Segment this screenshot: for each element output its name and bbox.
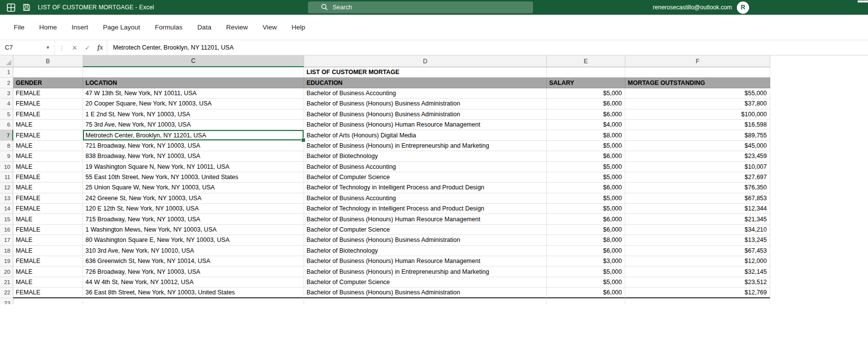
cell-E16[interactable]: $6,000 xyxy=(547,225,625,235)
cell-C3[interactable]: 47 W 13th St, New York, NY 10011, USA xyxy=(83,88,304,99)
cell-D13[interactable]: Bachelor of Business Accounting xyxy=(304,193,547,204)
row-header-2[interactable]: 2 xyxy=(0,78,13,88)
cell-B19[interactable]: FEMALE xyxy=(13,256,83,266)
cell-D3[interactable]: Bachelor of Business Accounting xyxy=(304,88,547,99)
column-header-F[interactable]: F xyxy=(625,55,770,67)
cell-E7[interactable]: $8,000 xyxy=(547,130,625,140)
cell-D23[interactable] xyxy=(304,298,547,304)
cell-B23[interactable] xyxy=(13,298,83,304)
cell-F14[interactable]: $12,344 xyxy=(625,204,770,214)
row-header-13[interactable]: 13 xyxy=(0,193,13,204)
cell-F8[interactable]: $45,000 xyxy=(625,141,770,151)
cell-C20[interactable]: 726 Broadway, New York, NY 10003, USA xyxy=(83,266,304,277)
cell-C5[interactable]: 1 E 2nd St, New York, NY 10003, USA xyxy=(83,109,304,120)
row-header-3[interactable]: 3 xyxy=(0,88,13,99)
cell-E19[interactable]: $3,000 xyxy=(547,256,625,266)
menu-page-layout[interactable]: Page Layout xyxy=(96,24,148,31)
cell-E2[interactable]: SALARY xyxy=(547,78,625,88)
cell-C23[interactable] xyxy=(83,298,304,304)
cell-D14[interactable]: Bachelor of Technology in Intelligent Pr… xyxy=(304,204,547,214)
cell-D2[interactable]: EDUCATION xyxy=(304,78,547,88)
cell-E21[interactable]: $5,000 xyxy=(547,277,625,288)
cell-C10[interactable]: 19 Washington Square N, New York, NY 100… xyxy=(83,162,304,172)
cell-F20[interactable]: $32,145 xyxy=(625,266,770,277)
row-header-6[interactable]: 6 xyxy=(0,120,13,130)
cell-E6[interactable]: $4,000 xyxy=(547,120,625,130)
cell-C7[interactable]: Metrotech Center, Brooklyn, NY 11201, US… xyxy=(83,130,304,140)
cell-D17[interactable]: Bachelor of Business (Honours) Business … xyxy=(304,235,547,245)
cell-E4[interactable]: $6,000 xyxy=(547,99,625,109)
enter-icon[interactable]: ✓ xyxy=(81,40,94,55)
minimize-icon[interactable] xyxy=(858,0,868,2)
cell-E22[interactable]: $6,000 xyxy=(547,288,625,298)
save-icon[interactable] xyxy=(22,3,31,12)
column-header-B[interactable]: B xyxy=(13,55,83,67)
cell-D18[interactable]: Bachelor of Biotechnology xyxy=(304,246,547,256)
menu-formulas[interactable]: Formulas xyxy=(147,24,190,31)
cell-B22[interactable]: FEMALE xyxy=(13,288,83,298)
menu-review[interactable]: Review xyxy=(219,24,255,31)
cell-F23[interactable] xyxy=(625,298,770,304)
cell-E18[interactable]: $6,000 xyxy=(547,246,625,256)
cell-C12[interactable]: 25 Union Square W, New York, NY 10003, U… xyxy=(83,183,304,193)
insert-function-icon[interactable]: fx xyxy=(94,40,107,55)
cell-D6[interactable]: Bachelor of Business (Honours) Human Res… xyxy=(304,120,547,130)
row-header-1[interactable]: 1 xyxy=(0,67,13,78)
cell-F10[interactable]: $10,007 xyxy=(625,162,770,172)
cell-E8[interactable]: $5,000 xyxy=(547,141,625,151)
cell-B2[interactable]: GENDER xyxy=(13,78,83,88)
cell-C19[interactable]: 636 Greenwich St, New York, NY 10014, US… xyxy=(83,256,304,266)
cell-F16[interactable]: $34,210 xyxy=(625,225,770,235)
row-header-9[interactable]: 9 xyxy=(0,151,13,161)
cell-E14[interactable]: $5,000 xyxy=(547,204,625,214)
select-all-corner[interactable] xyxy=(0,55,13,67)
cell-C16[interactable]: 1 Washington Mews, New York, NY 10003, U… xyxy=(83,225,304,235)
cell-F21[interactable]: $23,512 xyxy=(625,277,770,288)
cell-C6[interactable]: 75 3rd Ave, New York, NY 10003, USA xyxy=(83,120,304,130)
cell-F2[interactable]: MORTAGE OUTSTANDING xyxy=(625,78,770,88)
row-header-16[interactable]: 16 xyxy=(0,225,13,235)
cell-B1[interactable] xyxy=(13,67,83,78)
row-header-19[interactable]: 19 xyxy=(0,256,13,266)
cell-D22[interactable]: Bachelor of Business (Honours) Business … xyxy=(304,288,547,298)
cell-F13[interactable]: $67,853 xyxy=(625,193,770,204)
menu-home[interactable]: Home xyxy=(32,24,64,31)
cell-E10[interactable]: $5,000 xyxy=(547,162,625,172)
cell-F18[interactable]: $67,453 xyxy=(625,246,770,256)
row-header-21[interactable]: 21 xyxy=(0,277,13,288)
cell-F19[interactable]: $12,000 xyxy=(625,256,770,266)
cell-B21[interactable]: MALE xyxy=(13,277,83,288)
cell-D4[interactable]: Bachelor of Business (Honours) Business … xyxy=(304,99,547,109)
cell-C18[interactable]: 310 3rd Ave, New York, NY 10010, USA xyxy=(83,246,304,256)
cell-B18[interactable]: MALE xyxy=(13,246,83,256)
cell-E13[interactable]: $5,000 xyxy=(547,193,625,204)
cell-F11[interactable]: $27,697 xyxy=(625,172,770,183)
cell-F7[interactable]: $89,755 xyxy=(625,130,770,140)
cell-F6[interactable]: $16,598 xyxy=(625,120,770,130)
row-header-20[interactable]: 20 xyxy=(0,266,13,277)
cell-C13[interactable]: 242 Greene St, New York, NY 10003, USA xyxy=(83,193,304,204)
row-header-5[interactable]: 5 xyxy=(0,109,13,120)
cell-D11[interactable]: Bachelor of Computer Science xyxy=(304,172,547,183)
cell-E17[interactable]: $8,000 xyxy=(547,235,625,245)
cell-D5[interactable]: Bachelor of Business (Honours) Business … xyxy=(304,109,547,120)
row-header-10[interactable]: 10 xyxy=(0,162,13,172)
cell-B3[interactable]: FEMALE xyxy=(13,88,83,99)
cell-B9[interactable]: MALE xyxy=(13,151,83,161)
cell-F5[interactable]: $100,000 xyxy=(625,109,770,120)
cell-D9[interactable]: Bachelor of Biotechnology xyxy=(304,151,547,161)
cell-C21[interactable]: 44 W 4th St, New York, NY 10012, USA xyxy=(83,277,304,288)
cell-F17[interactable]: $13,245 xyxy=(625,235,770,245)
formula-input[interactable]: Metrotech Center, Brooklyn, NY 11201, US… xyxy=(107,40,868,55)
cell-B15[interactable]: MALE xyxy=(13,214,83,224)
account-email[interactable]: renerosecastillo@outlook.com xyxy=(653,4,732,11)
menu-file[interactable]: File xyxy=(6,24,32,31)
cell-C4[interactable]: 20 Cooper Square, New York, NY 10003, US… xyxy=(83,99,304,109)
cell-C22[interactable]: 36 East 8th Street, New York, NY 10003, … xyxy=(83,288,304,298)
account-avatar[interactable]: R xyxy=(737,1,749,14)
cell-E1[interactable] xyxy=(547,67,625,78)
row-header-15[interactable]: 15 xyxy=(0,214,13,224)
cell-D10[interactable]: Bachelor of Business Accounting xyxy=(304,162,547,172)
search-box[interactable]: Search xyxy=(308,1,533,13)
cell-B6[interactable]: MALE xyxy=(13,120,83,130)
